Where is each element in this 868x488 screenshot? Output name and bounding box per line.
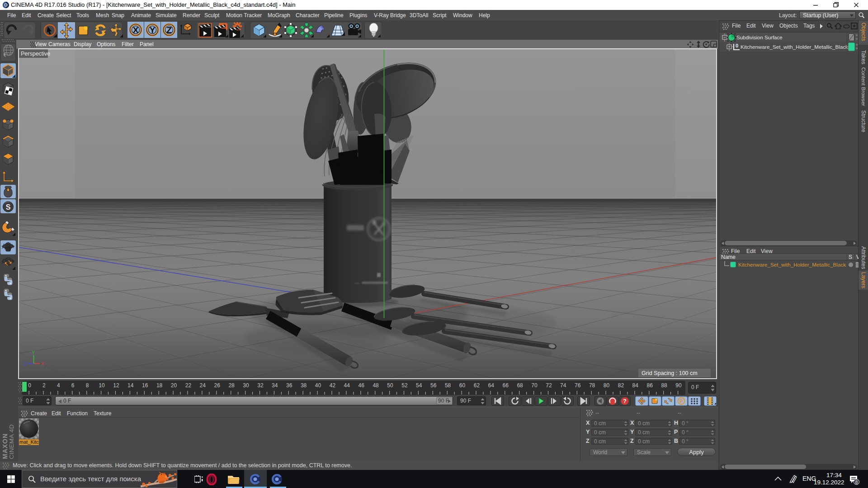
svg-text:Y: Y [150, 25, 156, 35]
svg-text:S: S [6, 203, 11, 211]
svg-text:Grid Spacing : 100 cm: Grid Spacing : 100 cm [642, 370, 698, 376]
svg-text:P: P [679, 399, 683, 404]
svg-text:X: X [133, 25, 139, 35]
svg-text:Z: Z [24, 361, 27, 366]
svg-text:Y: Y [32, 350, 35, 355]
svg-text:?: ? [623, 398, 626, 404]
svg-text:Perspective: Perspective [21, 51, 50, 57]
svg-text:X: X [41, 361, 45, 366]
svg-text:0: 0 [736, 43, 738, 48]
svg-text:Z: Z [166, 25, 172, 35]
